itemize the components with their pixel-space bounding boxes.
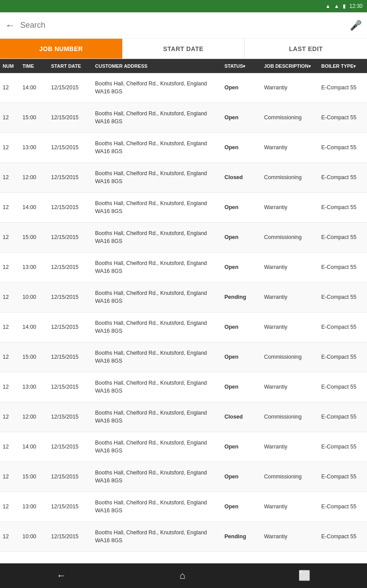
cell-time: 14:00 — [20, 432, 48, 462]
cell-address: Booths Hall, Chelford Rd., Knutsford, En… — [92, 492, 222, 522]
cell-time: 14:00 — [20, 312, 48, 342]
cell-start-date: 12/15/2015 — [48, 402, 92, 432]
cell-status: Pending — [222, 522, 261, 551]
cell-num: 12 — [0, 312, 20, 342]
table-row[interactable]: 12 13:00 12/15/2015 Booths Hall, Chelfor… — [0, 253, 367, 283]
col-header-status[interactable]: STATUS — [222, 63, 261, 69]
tab-start-date[interactable]: START DATE — [122, 39, 245, 59]
table-row[interactable]: 12 14:00 12/15/2015 Booths Hall, Chelfor… — [0, 73, 367, 103]
cell-time: 12:00 — [20, 163, 48, 192]
cell-num: 12 — [0, 342, 20, 372]
cell-start-date: 12/15/2015 — [48, 372, 92, 402]
signal-icon: ▲ — [334, 3, 339, 9]
table-row[interactable]: 12 13:00 12/15/2015 Booths Hall, Chelfor… — [0, 372, 367, 402]
cell-boiler-type: E-Compact 55 — [319, 402, 367, 432]
table-row[interactable]: 12 10:00 12/15/2015 Booths Hall, Chelfor… — [0, 283, 367, 312]
cell-num: 12 — [0, 193, 20, 222]
back-button[interactable]: ← — [5, 20, 15, 31]
cell-job-desc: Warrantiy — [261, 283, 319, 312]
cell-boiler-type: E-Compact 55 — [319, 133, 367, 162]
col-header-boiler-type[interactable]: BOILER TYPE — [319, 63, 367, 69]
cell-start-date: 12/15/2015 — [48, 253, 92, 282]
cell-time: 15:00 — [20, 342, 48, 372]
cell-status: Open — [222, 253, 261, 282]
cell-time: 13:00 — [20, 253, 48, 282]
cell-boiler-type: E-Compact 55 — [319, 462, 367, 492]
cell-job-desc: Warrantiy — [261, 253, 319, 282]
table-row[interactable]: 12 15:00 12/15/2015 Booths Hall, Chelfor… — [0, 223, 367, 253]
cell-job-desc: Warrantiy — [261, 73, 319, 103]
cell-time: 10:00 — [20, 522, 48, 551]
table-body: 12 14:00 12/15/2015 Booths Hall, Chelfor… — [0, 73, 367, 552]
cell-start-date: 12/15/2015 — [48, 432, 92, 462]
cell-boiler-type: E-Compact 55 — [319, 103, 367, 132]
cell-status: Open — [222, 223, 261, 252]
cell-address: Booths Hall, Chelford Rd., Knutsford, En… — [92, 253, 222, 282]
cell-status: Closed — [222, 402, 261, 432]
cell-start-date: 12/15/2015 — [48, 193, 92, 222]
cell-address: Booths Hall, Chelford Rd., Knutsford, En… — [92, 223, 222, 252]
cell-status: Open — [222, 73, 261, 103]
cell-status: Open — [222, 462, 261, 492]
table-row[interactable]: 12 15:00 12/15/2015 Booths Hall, Chelfor… — [0, 342, 367, 372]
cell-num: 12 — [0, 372, 20, 402]
cell-job-desc: Commissioning — [261, 223, 319, 252]
cell-time: 13:00 — [20, 372, 48, 402]
wifi-icon: ▲ — [325, 3, 330, 9]
cell-job-desc: Commissioning — [261, 342, 319, 372]
cell-status: Open — [222, 133, 261, 162]
table-row[interactable]: 12 15:00 12/15/2015 Booths Hall, Chelfor… — [0, 462, 367, 492]
cell-boiler-type: E-Compact 55 — [319, 312, 367, 342]
cell-num: 12 — [0, 492, 20, 522]
cell-start-date: 12/15/2015 — [48, 163, 92, 192]
cell-address: Booths Hall, Chelford Rd., Knutsford, En… — [92, 522, 222, 551]
cell-time: 10:00 — [20, 283, 48, 312]
table-row[interactable]: 12 15:00 12/15/2015 Booths Hall, Chelfor… — [0, 103, 367, 133]
cell-boiler-type: E-Compact 55 — [319, 253, 367, 282]
cell-start-date: 12/15/2015 — [48, 312, 92, 342]
table-row[interactable]: 12 14:00 12/15/2015 Booths Hall, Chelfor… — [0, 432, 367, 462]
cell-job-desc: Commissioning — [261, 402, 319, 432]
nav-back-button[interactable]: ← — [57, 570, 66, 581]
cell-address: Booths Hall, Chelford Rd., Knutsford, En… — [92, 372, 222, 402]
cell-status: Open — [222, 342, 261, 372]
tabs-bar: JOB NUMBER START DATE LAST EDIT — [0, 39, 367, 59]
cell-num: 12 — [0, 223, 20, 252]
table-row[interactable]: 12 13:00 12/15/2015 Booths Hall, Chelfor… — [0, 492, 367, 522]
cell-address: Booths Hall, Chelford Rd., Knutsford, En… — [92, 402, 222, 432]
table-row[interactable]: 12 10:00 12/15/2015 Booths Hall, Chelfor… — [0, 522, 367, 552]
cell-job-desc: Commissioning — [261, 163, 319, 192]
cell-boiler-type: E-Compact 55 — [319, 193, 367, 222]
cell-status: Open — [222, 432, 261, 462]
nav-recents-button[interactable]: ⬜ — [298, 570, 310, 581]
table-row[interactable]: 12 12:00 12/15/2015 Booths Hall, Chelfor… — [0, 402, 367, 432]
cell-num: 12 — [0, 402, 20, 432]
table-row[interactable]: 12 14:00 12/15/2015 Booths Hall, Chelfor… — [0, 193, 367, 223]
nav-home-button[interactable]: ⌂ — [180, 570, 185, 581]
table-row[interactable]: 12 13:00 12/15/2015 Booths Hall, Chelfor… — [0, 133, 367, 163]
cell-num: 12 — [0, 522, 20, 551]
tab-last-edit[interactable]: LAST EDIT — [245, 39, 367, 59]
cell-start-date: 12/15/2015 — [48, 492, 92, 522]
cell-time: 14:00 — [20, 73, 48, 103]
mic-icon[interactable]: 🎤 — [350, 20, 362, 31]
cell-time: 13:00 — [20, 492, 48, 522]
cell-job-desc: Warrantiy — [261, 312, 319, 342]
cell-status: Open — [222, 372, 261, 402]
table-row[interactable]: 12 14:00 12/15/2015 Booths Hall, Chelfor… — [0, 312, 367, 342]
cell-num: 12 — [0, 432, 20, 462]
table-row[interactable]: 12 12:00 12/15/2015 Booths Hall, Chelfor… — [0, 163, 367, 193]
cell-start-date: 12/15/2015 — [48, 522, 92, 551]
cell-boiler-type: E-Compact 55 — [319, 432, 367, 462]
cell-num: 12 — [0, 133, 20, 162]
cell-address: Booths Hall, Chelford Rd., Knutsford, En… — [92, 462, 222, 492]
cell-job-desc: Warrantiy — [261, 133, 319, 162]
cell-job-desc: Warrantiy — [261, 492, 319, 522]
cell-num: 12 — [0, 103, 20, 132]
cell-job-desc: Warrantiy — [261, 522, 319, 551]
col-header-job-description[interactable]: JOB DESCRIPTION — [261, 63, 319, 69]
cell-start-date: 12/15/2015 — [48, 223, 92, 252]
clock: 12:30 — [349, 3, 363, 9]
search-input[interactable] — [20, 21, 350, 30]
tab-job-number[interactable]: JOB NUMBER — [0, 39, 122, 59]
